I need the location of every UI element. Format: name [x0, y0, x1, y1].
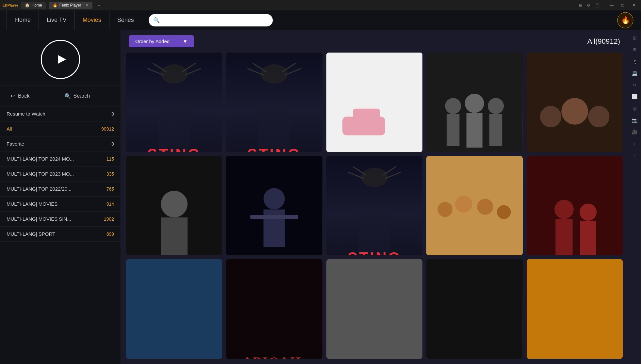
svg-line-11	[248, 69, 264, 75]
title-bar-left: LDPlayer 🏠 Home 🔥 Fenix Player ✕ ＋	[3, 2, 102, 9]
poster-art: la Chimera	[426, 156, 522, 256]
search-button[interactable]: 🔍 Search	[60, 90, 114, 103]
svg-line-47	[353, 166, 367, 175]
poster-art: DOUBLE DOWN SOUTH	[527, 156, 623, 256]
sidebar-item-multi2024[interactable]: MULTI-LANG| TOP 2024 MO...115	[0, 151, 121, 166]
sidebar-item-multimovies[interactable]: MULTI-LANG| MOVIES914	[0, 197, 121, 212]
poster-art: STING	[126, 53, 222, 152]
right-panel-icon-9[interactable]: ↕	[630, 138, 640, 149]
home-tab[interactable]: 🏠 Home	[21, 2, 46, 9]
right-panel-icon-6[interactable]: ◎	[630, 103, 640, 114]
svg-line-48	[385, 172, 401, 179]
search-input[interactable]	[162, 17, 268, 23]
svg-point-27	[488, 98, 504, 114]
window-controls: ⊞ ⚙ 📱 — □ ✕	[579, 2, 638, 8]
right-panel-icon-4[interactable]: ✂	[630, 80, 640, 90]
movie-card[interactable]: WISE GUYS EN| Wise Guys	[326, 53, 422, 152]
movie-card[interactable]: DOUBLE DOWN SOUTH Double Down Sout...	[527, 156, 623, 256]
svg-rect-71	[527, 259, 623, 359]
sidebar-item-all[interactable]: All90912	[0, 121, 121, 136]
movie-poster: DOUBLE DOWN SOUTH	[527, 156, 623, 256]
movie-card[interactable]: GREEN ZONE EN| Green Zone	[126, 156, 222, 256]
svg-rect-50	[358, 209, 390, 255]
sidebar-item-label: MULTI-LANG| TOP 2024 MO...	[7, 156, 107, 162]
search-sidebar-icon: 🔍	[64, 93, 71, 99]
right-panel-icon-7[interactable]: 📷	[630, 115, 640, 125]
sidebar-item-multisin[interactable]: MULTI-LANG| MOVIES SIN...1902	[0, 212, 121, 227]
right-panel-icon-1[interactable]: ⚙	[630, 44, 640, 55]
content-area: ↩ Back 🔍 Search Resume to Watch0All90912…	[0, 30, 641, 364]
movie-poster	[326, 259, 422, 359]
movie-card[interactable]: YODHA Yodha [MULTI-SUB]	[226, 156, 322, 256]
home-tab-label: Home	[32, 3, 42, 8]
maximize-button[interactable]: □	[618, 2, 627, 8]
svg-point-3	[161, 64, 188, 84]
right-panel-icon-3[interactable]: 💻	[630, 68, 640, 78]
movie-card[interactable]: STING AR| Sting	[226, 53, 322, 152]
svg-line-12	[253, 63, 266, 72]
svg-rect-62	[580, 221, 596, 255]
movie-poster: la Chimera	[426, 156, 522, 256]
sidebar-item-multi2023[interactable]: MULTI-LANG| TOP 2023 MO...335	[0, 166, 121, 182]
minimize-button[interactable]: —	[607, 2, 616, 8]
sidebar-item-count: 765	[107, 186, 114, 192]
nav-item-series[interactable]: Series	[109, 10, 142, 30]
svg-point-33	[588, 106, 609, 127]
svg-rect-8	[158, 106, 190, 152]
movie-card[interactable]: STING EN| Sting	[126, 53, 222, 152]
right-panel-icon-0[interactable]: ⊞	[630, 33, 640, 43]
right-panel-icon-10[interactable]: ⋮	[630, 150, 640, 161]
sidebar-item-count: 335	[107, 171, 114, 177]
nav-item-movies[interactable]: Movies	[75, 10, 109, 30]
svg-point-54	[455, 196, 472, 213]
movie-card[interactable]: THE KINGDOM EN| The Kingdom	[426, 53, 522, 152]
poster-art: THE KINGDOM	[426, 53, 522, 152]
svg-rect-60	[555, 219, 572, 256]
search-bar[interactable]: 🔍	[149, 14, 273, 26]
right-panel-icon-8[interactable]: 🎥	[630, 127, 640, 137]
close-tab-icon[interactable]: ✕	[86, 3, 89, 8]
sidebar-item-label: Resume to Watch	[7, 111, 111, 117]
movie-card[interactable]	[126, 259, 222, 359]
movie-card[interactable]: STING Sting [MULTI-SUB]	[326, 156, 422, 256]
movie-poster: WISE GUYS	[326, 53, 422, 152]
movie-card[interactable]	[527, 259, 623, 359]
movie-grid: STING EN| Sting STING AR| Sting	[121, 53, 628, 364]
sidebar-item-resume[interactable]: Resume to Watch0	[0, 106, 121, 121]
sidebar-item-favorite[interactable]: Favorite0	[0, 136, 121, 151]
sidebar-item-count: 0	[111, 111, 114, 117]
movie-card[interactable]: SYRIANA EN| Syriana	[527, 53, 623, 152]
movie-card[interactable]: la Chimera La Chimera [MULTI...	[426, 156, 522, 256]
movie-card[interactable]	[326, 259, 422, 359]
back-button[interactable]: ↩ Back	[7, 89, 60, 103]
movie-poster: GREEN ZONE	[126, 156, 222, 256]
right-panel-icon-5[interactable]: ⬜	[630, 91, 640, 102]
top-nav: HomeLive TVMoviesSeries 🔍 🔥	[0, 10, 641, 30]
sidebar-item-multi2022[interactable]: MULTI-LANG| TOP 2022/20...765	[0, 182, 121, 197]
sidebar-item-count: 1902	[104, 216, 114, 222]
close-button[interactable]: ✕	[629, 2, 638, 8]
svg-text:STING: STING	[247, 146, 301, 152]
new-tab-icon[interactable]: ＋	[96, 2, 102, 9]
sidebar-item-label: All	[7, 126, 101, 132]
svg-rect-17	[326, 53, 422, 152]
nav-item-home[interactable]: Home	[7, 10, 39, 30]
svg-rect-43	[250, 215, 298, 219]
nav-item-livetv[interactable]: Live TV	[39, 10, 75, 30]
poster-art: STING	[226, 53, 322, 152]
right-panel-icon-2[interactable]: 📱	[630, 56, 640, 67]
svg-rect-28	[489, 114, 502, 146]
svg-rect-37	[161, 217, 188, 256]
svg-point-53	[438, 202, 453, 217]
svg-rect-66	[126, 259, 222, 359]
active-tab[interactable]: 🔥 Fenix Player ✕	[49, 2, 93, 9]
svg-point-25	[465, 94, 484, 113]
order-dropdown[interactable]: Order by Added ▼	[129, 35, 194, 47]
sidebar-item-count: 90912	[101, 126, 114, 132]
movie-card[interactable]	[426, 259, 522, 359]
svg-rect-67	[226, 259, 322, 359]
sidebar-item-multisport[interactable]: MULTI-LANG| SPORT899	[0, 227, 121, 242]
poster-art: WISE GUYS	[326, 53, 422, 152]
movie-card[interactable]: ABIGAIL Abigail	[226, 259, 322, 359]
sidebar-item-label: Favorite	[7, 141, 111, 147]
